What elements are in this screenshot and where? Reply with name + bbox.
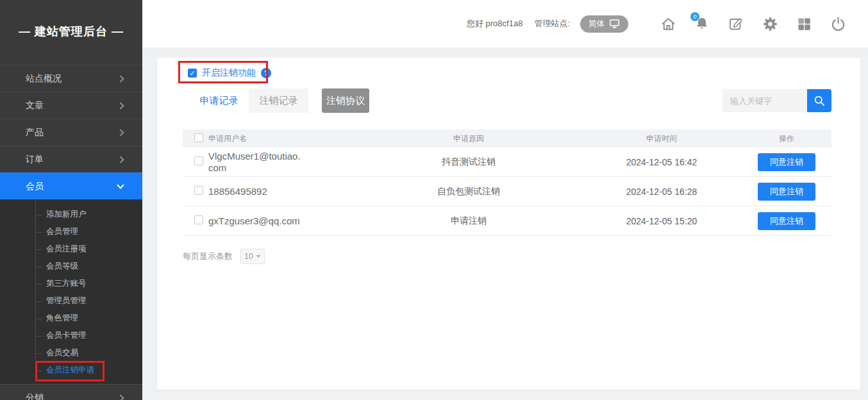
language-preview-button[interactable]: 简体 bbox=[580, 15, 628, 33]
content-card: ✓ 开启注销功能 ? 申请记录 注销记录 注销协议 申请用户名 申请原因 申 bbox=[157, 58, 860, 390]
submenu-item-add-user[interactable]: 添加新用户 bbox=[0, 206, 142, 223]
monitor-icon bbox=[609, 19, 620, 29]
sidebar-item-label: 文章 bbox=[26, 100, 44, 112]
sidebar-item-label: 订单 bbox=[26, 154, 44, 165]
sidebar: — 建站管理后台 — 站点概况 文章 产品 订单 会员 添加新用户 会员管理 会… bbox=[0, 0, 142, 400]
edit-icon[interactable] bbox=[728, 15, 744, 32]
agree-logout-button[interactable]: 同意注销 bbox=[758, 183, 815, 201]
sidebar-item-label: 产品 bbox=[26, 127, 44, 138]
sidebar-item-articles[interactable]: 文章 bbox=[0, 92, 142, 119]
sidebar-item-members[interactable]: 会员 bbox=[0, 172, 142, 199]
app-title: — 建站管理后台 — bbox=[0, 0, 142, 65]
search-button[interactable] bbox=[807, 89, 831, 112]
tab-logout-records[interactable]: 注销记录 bbox=[249, 88, 308, 113]
row-checkbox[interactable] bbox=[194, 156, 203, 165]
sidebar-item-label: 分销 bbox=[26, 392, 44, 400]
toolbar: 申请记录 注销记录 注销协议 bbox=[189, 88, 831, 113]
row-username: VlgcMuser1@toutiao.com bbox=[208, 151, 305, 173]
col-header-time: 申请时间 bbox=[581, 133, 742, 144]
col-header-reason: 申请原因 bbox=[356, 133, 581, 144]
submenu-item-member-manage[interactable]: 会员管理 bbox=[0, 223, 142, 240]
notification-badge: 0 bbox=[690, 12, 699, 21]
submenu-item-member-level[interactable]: 会员等级 bbox=[0, 258, 142, 275]
submenu-item-member-logout-request[interactable]: 会员注销申请 bbox=[0, 362, 142, 379]
sidebar-menu: 站点概况 文章 产品 订单 会员 添加新用户 会员管理 会员注册项 会员等级 第… bbox=[0, 65, 142, 400]
language-label: 简体 bbox=[588, 19, 605, 29]
enable-logout-checkbox[interactable]: ✓ bbox=[188, 69, 197, 78]
caret-down-icon bbox=[256, 255, 261, 260]
logout-agreement-button[interactable]: 注销协议 bbox=[322, 88, 369, 113]
row-reason: 申请注销 bbox=[356, 215, 581, 227]
submenu-item-member-trade[interactable]: 会员交易 bbox=[0, 344, 142, 362]
topbar: 您好 pro8cf1a8 管理站点: 简体 0 bbox=[142, 0, 868, 47]
sidebar-item-products[interactable]: 产品 bbox=[0, 119, 142, 146]
enable-logout-label: 开启注销功能 bbox=[202, 67, 256, 79]
row-time: 2024-12-05 15:20 bbox=[581, 216, 742, 226]
submenu-item-role-manage[interactable]: 角色管理 bbox=[0, 310, 142, 327]
row-username: 18856495892 bbox=[208, 186, 267, 197]
chevron-right-icon bbox=[117, 156, 124, 163]
search-input[interactable] bbox=[722, 89, 807, 112]
page-size-select[interactable]: 10 bbox=[240, 249, 265, 264]
enable-logout-row: ✓ 开启注销功能 ? bbox=[188, 66, 271, 80]
row-reason: 抖音测试注销 bbox=[356, 156, 581, 168]
page-size-label: 每页显示条数 bbox=[183, 251, 233, 262]
table-header-row: 申请用户名 申请原因 申请时间 操作 bbox=[183, 129, 831, 147]
help-question-icon[interactable]: ? bbox=[261, 68, 271, 78]
members-submenu: 添加新用户 会员管理 会员注册项 会员等级 第三方账号 管理员管理 角色管理 会… bbox=[0, 199, 142, 384]
row-time: 2024-12-05 16:28 bbox=[581, 187, 742, 197]
chevron-right-icon bbox=[117, 75, 124, 82]
user-greeting: 您好 pro8cf1a8 bbox=[467, 18, 522, 29]
settings-gear-icon[interactable] bbox=[762, 15, 778, 32]
notifications-bell-icon[interactable]: 0 bbox=[694, 15, 710, 32]
search-icon bbox=[813, 94, 826, 108]
chevron-right-icon bbox=[117, 129, 124, 136]
col-header-action: 操作 bbox=[742, 133, 831, 144]
table-row: VlgcMuser1@toutiao.com 抖音测试注销 2024-12-05… bbox=[183, 147, 831, 177]
manage-site-label: 管理站点: bbox=[534, 18, 570, 29]
search-box bbox=[722, 89, 831, 112]
sidebar-item-site-overview[interactable]: 站点概况 bbox=[0, 65, 142, 92]
agree-logout-button[interactable]: 同意注销 bbox=[758, 212, 815, 230]
pagination: 每页显示条数 10 bbox=[183, 249, 265, 264]
sidebar-item-label: 会员 bbox=[26, 181, 44, 192]
row-time: 2024-12-05 16:42 bbox=[581, 157, 742, 167]
chevron-right-icon bbox=[117, 102, 124, 109]
select-all-checkbox[interactable] bbox=[194, 133, 203, 142]
logout-requests-table: 申请用户名 申请原因 申请时间 操作 VlgcMuser1@toutiao.co… bbox=[183, 129, 831, 236]
submenu-item-member-card[interactable]: 会员卡管理 bbox=[0, 327, 142, 344]
tab-apply-records[interactable]: 申请记录 bbox=[189, 88, 249, 113]
sidebar-item-label: 站点概况 bbox=[26, 73, 62, 85]
table-row: gxTzguser3@qq.com 申请注销 2024-12-05 15:20 … bbox=[183, 206, 831, 236]
submenu-item-third-party-account[interactable]: 第三方账号 bbox=[0, 275, 142, 292]
col-header-username: 申请用户名 bbox=[208, 133, 356, 144]
chevron-right-icon bbox=[117, 394, 124, 400]
submenu-item-register-fields[interactable]: 会员注册项 bbox=[0, 240, 142, 258]
row-checkbox[interactable] bbox=[194, 186, 203, 195]
submenu-item-admin-manage[interactable]: 管理员管理 bbox=[0, 292, 142, 310]
row-checkbox[interactable] bbox=[194, 215, 203, 224]
power-logout-icon[interactable] bbox=[830, 15, 846, 32]
agree-logout-button[interactable]: 同意注销 bbox=[758, 153, 815, 171]
chevron-down-icon bbox=[117, 181, 124, 188]
row-reason: 自负包测试注销 bbox=[356, 186, 581, 197]
sidebar-item-distribution[interactable]: 分销 bbox=[0, 384, 142, 400]
apps-grid-icon[interactable] bbox=[796, 15, 812, 32]
sidebar-item-orders[interactable]: 订单 bbox=[0, 146, 142, 172]
row-username: gxTzguser3@qq.com bbox=[208, 215, 300, 226]
page-size-value: 10 bbox=[244, 252, 253, 261]
table-row: 18856495892 自负包测试注销 2024-12-05 16:28 同意注… bbox=[183, 177, 831, 206]
home-icon[interactable] bbox=[660, 15, 676, 32]
